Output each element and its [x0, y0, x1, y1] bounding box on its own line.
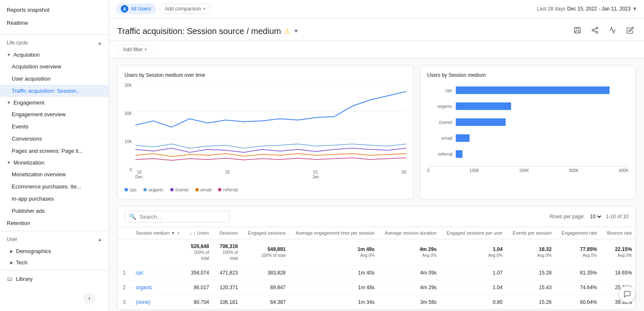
sidebar-subsection-tech[interactable]: ▶ Tech	[0, 257, 109, 268]
sidebar-item-conversions[interactable]: Conversions	[0, 133, 109, 145]
page-info: 1-10 of 10	[606, 214, 628, 220]
sidebar-item-pages-screens[interactable]: Pages and screens: Page ti...	[0, 145, 109, 157]
sidebar-subsection-engagement[interactable]: ▼ Engagement	[0, 97, 109, 108]
insights-button[interactable]	[607, 25, 618, 37]
row1-medium[interactable]: cpc	[131, 266, 185, 280]
sidebar-subsection-acquisition[interactable]: ▼ Acquisition	[0, 49, 109, 60]
col-avg-session-duration[interactable]: Average session duration	[379, 227, 441, 239]
sidebar-item-library[interactable]: 🗂 Library	[0, 272, 109, 285]
sidebar-item-reports-snapshot[interactable]: Reports snapshot	[0, 3, 109, 16]
sidebar-item-traffic-acquisition[interactable]: Traffic acquisition: Session...	[0, 85, 109, 97]
title-dropdown-icon[interactable]: ▼	[293, 28, 299, 34]
filter-row: Add filter +	[109, 41, 644, 58]
sidebar-collapse-button[interactable]: ‹	[83, 293, 95, 304]
save-report-button[interactable]	[572, 25, 583, 37]
sidebar-item-realtime[interactable]: Realtime	[0, 16, 109, 29]
sidebar-item-engagement-overview[interactable]: Engagement overview	[0, 108, 109, 120]
row3-medium[interactable]: (none)	[131, 295, 185, 310]
svg-rect-0	[574, 27, 580, 33]
monetization-label: Monetization	[13, 159, 44, 166]
row2-avg-eng: 1m 48s	[291, 280, 379, 295]
row2-events: 15.43	[508, 280, 557, 295]
topbar: A All Users Add comparison + Last 28 day…	[109, 0, 644, 18]
totals-bounce: 22.15% Avg 0%	[602, 239, 636, 266]
legend-none: (none)	[170, 187, 189, 192]
all-users-chip[interactable]: A All Users	[116, 3, 156, 14]
add-filter-button[interactable]: Add filter +	[117, 44, 153, 55]
engagement-arrow: ▼	[7, 100, 11, 105]
add-icon: +	[203, 6, 206, 12]
row1-avg-eng: 1m 40s	[291, 266, 379, 280]
table-row: 3 (none) 80,704 106,181 64,387 1m 34s 3m…	[118, 295, 636, 310]
col-avg-engagement-time[interactable]: Average engagement time per session	[291, 227, 379, 239]
row2-eng-rate: 74.64%	[557, 280, 602, 295]
col-users[interactable]: ↓ ↓ Users	[185, 227, 214, 239]
col-engaged-per-user[interactable]: Engaged sessions per user	[441, 227, 507, 239]
sidebar-item-events[interactable]: Events	[0, 120, 109, 133]
svg-point-2	[592, 29, 594, 31]
date-dropdown-icon[interactable]: ▼	[632, 6, 637, 12]
add-comparison-button[interactable]: Add comparison +	[159, 4, 211, 14]
line-chart-legend: cpc organic (none) email	[125, 187, 406, 192]
col-sessions[interactable]: Sessions	[214, 227, 243, 239]
sidebar-item-monetization-overview[interactable]: Monetization overview	[0, 168, 109, 180]
legend-none-dot	[170, 188, 174, 191]
col-engagement-rate[interactable]: Engagement rate	[557, 227, 602, 239]
sidebar-item-ecommerce[interactable]: Ecommerce purchases: Ite...	[0, 180, 109, 193]
bar-label-organic: organic	[427, 104, 452, 109]
col-engaged-sessions[interactable]: Engaged sessions	[243, 227, 291, 239]
share-button[interactable]	[589, 25, 600, 37]
sidebar-item-inapp[interactable]: In-app purchases	[0, 193, 109, 205]
bar-container-none	[456, 118, 628, 126]
sidebar-item-acquisition-overview[interactable]: Acquisition overview	[0, 60, 109, 73]
x-label-jan08: 08	[402, 170, 406, 179]
col-users-sort: ↓	[190, 230, 192, 235]
x-label-dec25: 25	[225, 170, 230, 179]
y-label-20k: 20K	[125, 111, 132, 116]
acquisition-label: Acquisition	[13, 52, 40, 58]
table-row: 2 organic 86,017 120,371 89,847 1m 48s 4…	[118, 280, 636, 295]
totals-row: 526,648 100% of total 706,316 100% of to…	[118, 239, 636, 266]
y-label-30k: 30K	[125, 83, 132, 88]
row2-eng-per-user: 1.04	[441, 280, 507, 295]
sidebar: Reports snapshot Realtime Life cycle ▲ ▼…	[0, 0, 109, 311]
sidebar-item-publisher[interactable]: Publisher ads	[0, 205, 109, 217]
main-content: A All Users Add comparison + Last 28 day…	[109, 0, 644, 311]
row2-avg-dur: 4m 29s	[379, 280, 441, 295]
totals-users: 526,648 100% of total	[185, 239, 214, 266]
search-input[interactable]	[140, 214, 225, 220]
legend-referral-label: referral	[223, 187, 238, 192]
row3-events: 15.26	[508, 295, 557, 310]
col-events-per-session[interactable]: Events per session	[508, 227, 557, 239]
table-card: 🔍 Rows per page: 10 25 50 1-10 of 10	[117, 206, 636, 310]
add-filter-label: Add filter	[123, 47, 143, 52]
legend-cpc-label: cpc	[130, 187, 137, 192]
bar-row-email: email	[427, 134, 628, 142]
bar-x-0: 0	[427, 168, 430, 173]
row3-sessions: 106,181	[214, 295, 243, 310]
row2-medium[interactable]: organic	[131, 280, 185, 295]
legend-cpc-dot	[125, 188, 128, 191]
totals-avg-dur: 4m 29s Avg 0%	[379, 239, 441, 266]
date-range[interactable]: Dec 15, 2022 - Jan 11, 2023	[567, 6, 631, 12]
row1-users: 358,074	[185, 266, 214, 280]
svg-line-4	[594, 31, 596, 32]
sidebar-item-retention[interactable]: Retention	[0, 217, 109, 229]
search-box[interactable]: 🔍	[125, 211, 229, 222]
sidebar-category-user[interactable]: User ▲	[0, 233, 109, 246]
sidebar-item-user-acquisition[interactable]: User acquisition	[0, 73, 109, 85]
sidebar-category-lifecycle[interactable]: Life cycle ▲	[0, 37, 109, 49]
totals-sessions: 706,316 100% of total	[214, 239, 243, 266]
rows-per-page-select[interactable]: 10 25 50	[588, 213, 602, 220]
sidebar-subsection-monetization[interactable]: ▼ Monetization	[0, 157, 109, 168]
bar-fill-cpc	[456, 86, 610, 94]
sidebar-subsection-demographics[interactable]: ▶ Demographics	[0, 246, 109, 257]
col-bounce-rate[interactable]: Bounce rate	[602, 227, 636, 239]
edit-button[interactable]	[625, 25, 636, 37]
page-title-row: Traffic acquisition: Session source / me…	[117, 26, 299, 36]
col-session-medium[interactable]: Session medium ▼ +	[131, 227, 185, 239]
chat-button[interactable]	[619, 286, 636, 303]
demographics-arrow: ▶	[10, 249, 13, 254]
legend-organic-dot	[143, 188, 147, 191]
bar-x-200k: 200K	[519, 168, 529, 173]
